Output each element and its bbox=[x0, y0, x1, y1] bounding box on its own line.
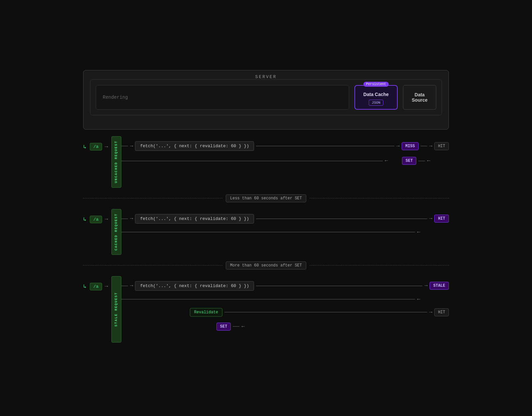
uncached-flow-row-2: ← SET ← bbox=[121, 157, 449, 165]
hook-icon-3: ↳ bbox=[83, 283, 86, 290]
stale-set-left-icon: ← bbox=[241, 324, 245, 329]
divider-line-left-1 bbox=[83, 198, 222, 198]
hit-badge-uncached: HIT bbox=[434, 142, 449, 150]
server-label: SERVER bbox=[90, 74, 442, 79]
hit-badge-stale: HIT bbox=[434, 308, 449, 316]
stale-route-badge: /a bbox=[90, 283, 102, 290]
cached-dash-left-icon: → bbox=[130, 216, 133, 221]
cached-left-arrow-icon: ← bbox=[417, 230, 420, 235]
divider-line-right-1 bbox=[310, 198, 449, 198]
stale-arrow-to-stale-icon: → bbox=[424, 283, 428, 288]
stale-vertical-label-box: STALE REQUEST bbox=[111, 276, 121, 343]
rendering-box: Rendering bbox=[96, 85, 349, 110]
cached-flow-row-1: → fetch('...', { next: { revalidate: 60 … bbox=[121, 214, 449, 224]
cached-flow-row-2: ← bbox=[121, 230, 449, 235]
right-arrow-return-icon: ← bbox=[427, 158, 430, 163]
hit-badge-cached: HIT bbox=[434, 215, 449, 223]
cached-right-arrow-icon: → bbox=[105, 217, 108, 222]
stale-fetch-box: fetch('...', { next: { revalidate: 60 } … bbox=[135, 281, 254, 291]
uncached-vertical-label-box: UNCACHED REQUEST bbox=[111, 136, 121, 187]
divider-line-left-2 bbox=[83, 265, 222, 265]
uncached-vertical-label: UNCACHED REQUEST bbox=[114, 141, 118, 183]
cached-route-badge: /a bbox=[90, 216, 102, 223]
miss-to-hit-arrow-icon: → bbox=[429, 144, 433, 149]
cached-fetch-box: fetch('...', { next: { revalidate: 60 } … bbox=[135, 214, 254, 224]
cached-section: ↳ /a → CACHED REQUEST → fetch('...', { n… bbox=[83, 209, 449, 255]
set-badge-stale: SET bbox=[216, 323, 231, 331]
arrow-to-miss-icon: → bbox=[396, 144, 400, 149]
uncached-route-badge: /a bbox=[90, 143, 102, 151]
stale-left-arrow-icon: ← bbox=[417, 297, 420, 302]
stale-request-entry: ↳ /a → bbox=[83, 276, 108, 290]
persistent-badge: Persistent bbox=[363, 82, 389, 87]
uncached-flow-area: → fetch('...', { next: { revalidate: 60 … bbox=[121, 136, 449, 176]
cached-vertical-label-box: CACHED REQUEST bbox=[111, 209, 121, 255]
divider-line-right-2 bbox=[310, 265, 449, 265]
stale-badge: STALE bbox=[430, 282, 449, 290]
stale-right-arrow-icon: → bbox=[105, 284, 108, 289]
json-badge: JSON bbox=[369, 100, 383, 106]
data-source-label: Data Source bbox=[407, 92, 433, 103]
data-cache-label: Data Cache bbox=[363, 92, 389, 97]
uncached-section: ↳ /a → UNCACHED REQUEST → fetch('...', {… bbox=[83, 136, 449, 187]
dash-left-icon: → bbox=[130, 144, 133, 149]
divider-more-than: More than 60 seconds after SET bbox=[83, 261, 449, 269]
stale-flow-row-4: SET ← bbox=[121, 323, 449, 331]
server-inner: Rendering Persistent Data Cache JSON Dat… bbox=[90, 79, 442, 115]
rendering-label: Rendering bbox=[103, 95, 128, 100]
divider-text-more-than: More than 60 seconds after SET bbox=[226, 261, 306, 269]
data-cache-box: Persistent Data Cache JSON bbox=[354, 85, 398, 110]
cached-request-entry: ↳ /a → bbox=[83, 209, 108, 223]
stale-flow-row-2: ← bbox=[121, 297, 449, 302]
set-badge-uncached: SET bbox=[402, 157, 417, 165]
data-source-box: Data Source bbox=[403, 85, 436, 110]
stale-flow-area: → fetch('...', { next: { revalidate: 60 … bbox=[121, 276, 449, 342]
stale-flow-row-1: → fetch('...', { next: { revalidate: 60 … bbox=[121, 281, 449, 291]
hook-icon-2: ↳ bbox=[83, 216, 86, 223]
cached-vertical-label: CACHED REQUEST bbox=[114, 213, 118, 251]
cached-arrow-to-hit-icon: → bbox=[429, 216, 433, 221]
server-box: SERVER Rendering Persistent Data Cache J… bbox=[83, 70, 449, 130]
hook-icon: ↳ bbox=[83, 144, 86, 150]
revalidate-badge: Revalidate bbox=[190, 308, 222, 317]
uncached-fetch-box: fetch('...', { next: { revalidate: 60 } … bbox=[135, 141, 254, 151]
miss-badge: MISS bbox=[402, 142, 419, 150]
revalidate-to-hit-arrow-icon: → bbox=[429, 310, 433, 315]
left-arrow-icon: ← bbox=[385, 158, 388, 163]
divider-less-than: Less than 60 seconds after SET bbox=[83, 194, 449, 202]
uncached-request-entry: ↳ /a → bbox=[83, 136, 108, 151]
stale-flow-row-3: Revalidate → HIT bbox=[121, 308, 449, 317]
stale-vertical-label: STALE REQUEST bbox=[114, 292, 118, 327]
right-arrow-icon: → bbox=[105, 144, 108, 150]
stale-dash-left-icon: → bbox=[130, 283, 133, 288]
cached-flow-area: → fetch('...', { next: { revalidate: 60 … bbox=[121, 209, 449, 246]
stale-section: ↳ /a → STALE REQUEST → fetch('...', { ne… bbox=[83, 276, 449, 343]
divider-text-less-than: Less than 60 seconds after SET bbox=[226, 194, 306, 202]
uncached-flow-row-1: → fetch('...', { next: { revalidate: 60 … bbox=[121, 141, 449, 151]
